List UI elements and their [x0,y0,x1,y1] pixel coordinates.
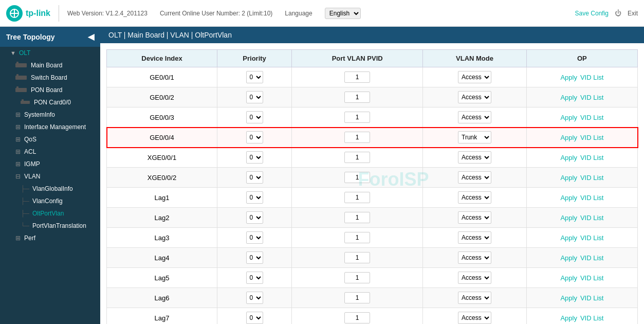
exit-button[interactable]: Exit [628,10,638,17]
col-priority: Priority [217,50,292,67]
sidebar-item-pon-card[interactable]: PON Card0/0 [0,96,100,109]
priority-select[interactable]: 01234567 [246,211,263,224]
apply-link[interactable]: Apply [560,294,577,302]
apply-link[interactable]: Apply [560,114,577,121]
apply-link[interactable]: Apply [560,94,577,101]
vid-list-link[interactable]: VID List [580,194,604,202]
vlan-mode-select[interactable]: AccessTrunkHybrid [458,111,491,123]
apply-link[interactable]: Apply [560,214,577,222]
vlan-mode-select[interactable]: AccessTrunkHybrid [458,91,491,103]
tree-line-icon2: ├─ [21,197,29,205]
pvid-input[interactable] [344,172,370,183]
pvid-input[interactable] [344,312,370,323]
sidebar-item-vlan-global[interactable]: ├─ VlanGlobalInfo [0,183,100,195]
priority-select[interactable]: 01234567 [246,191,263,204]
port-vlan-trans-label: PortVlanTranslation [32,222,86,229]
vid-list-link[interactable]: VID List [580,314,604,322]
apply-link[interactable]: Apply [560,254,577,262]
apply-link[interactable]: Apply [560,234,577,242]
sidebar-item-olt[interactable]: ▼ OLT [0,47,100,59]
cell-device-index: Lag6 [107,288,217,308]
priority-select[interactable]: 01234567 [246,292,263,304]
vlan-mode-select[interactable]: AccessTrunkHybrid [458,211,491,224]
apply-link[interactable]: Apply [560,154,577,161]
cell-priority: 01234567 [217,168,292,188]
vlan-mode-select[interactable]: AccessTrunkHybrid [458,131,491,143]
table-row: GE0/0/301234567AccessTrunkHybridApplyVID… [107,107,638,128]
sidebar-item-igmp[interactable]: ⊞ IGMP [0,158,100,170]
vid-list-link[interactable]: VID List [580,154,604,161]
cell-priority: 01234567 [217,248,292,268]
save-config-link[interactable]: Save Config [575,10,609,17]
sidebar-item-switch-board[interactable]: Switch Board [0,71,100,84]
apply-link[interactable]: Apply [560,314,577,322]
pvid-input[interactable] [344,252,370,263]
sidebar-item-interface-mgmt[interactable]: ⊞ Interface Management [0,121,100,133]
pvid-input[interactable] [344,71,370,83]
sidebar-item-vlan-config[interactable]: ├─ VlanConfig [0,195,100,207]
apply-link[interactable]: Apply [560,274,577,282]
priority-select[interactable]: 01234567 [246,91,263,103]
sidebar-item-port-vlan-trans[interactable]: └─ PortVlanTranslation [0,220,100,232]
pvid-input[interactable] [344,212,370,223]
pvid-input[interactable] [344,92,370,103]
vlan-mode-select[interactable]: AccessTrunkHybrid [458,312,491,324]
sidebar-collapse-button[interactable]: ◀ [88,32,94,42]
pvid-input[interactable] [344,232,370,243]
sidebar-item-systeminfo[interactable]: ⊞ SystemInfo [0,109,100,121]
priority-select[interactable]: 01234567 [246,312,263,324]
sidebar-item-acl[interactable]: ⊞ ACL [0,146,100,158]
sidebar-item-vlan[interactable]: ⊟ VLAN [0,170,100,183]
vid-list-link[interactable]: VID List [580,74,604,81]
apply-link[interactable]: Apply [560,74,577,81]
vlan-mode-select[interactable]: AccessTrunkHybrid [458,71,491,83]
pvid-input[interactable] [344,132,370,143]
sidebar-item-olt-port-vlan[interactable]: ├─ OltPortVlan [0,207,100,220]
vid-list-link[interactable]: VID List [580,234,604,242]
table-header-row: Device Index Priority Port VLAN PVID VLA… [107,50,638,67]
language-select[interactable]: English [325,8,361,19]
apply-link[interactable]: Apply [560,134,577,141]
pvid-input[interactable] [344,272,370,283]
priority-select[interactable]: 01234567 [246,131,263,143]
priority-select[interactable]: 01234567 [246,231,263,244]
sidebar-item-perf[interactable]: ⊞ Perf [0,232,100,244]
vid-list-link[interactable]: VID List [580,174,604,182]
vlan-mode-select[interactable]: AccessTrunkHybrid [458,231,491,244]
pvid-input[interactable] [344,112,370,123]
sidebar-item-pon-board[interactable]: PON Board [0,84,100,96]
priority-select[interactable]: 01234567 [246,111,263,123]
vid-list-link[interactable]: VID List [580,94,604,101]
logo-text: tp-link [26,9,50,18]
vid-list-link[interactable]: VID List [580,214,604,222]
sidebar-item-qos[interactable]: ⊞ QoS [0,133,100,146]
vlan-mode-select[interactable]: AccessTrunkHybrid [458,191,491,204]
priority-select[interactable]: 01234567 [246,272,263,284]
priority-select[interactable]: 01234567 [246,171,263,184]
cell-priority: 01234567 [217,188,292,208]
cell-pvid [292,308,423,325]
table-row: GE0/0/201234567AccessTrunkHybridApplyVID… [107,87,638,107]
pvid-input[interactable] [344,292,370,303]
vlan-mode-select[interactable]: AccessTrunkHybrid [458,292,491,304]
vlan-mode-select[interactable]: AccessTrunkHybrid [458,251,491,264]
cell-device-index: Lag7 [107,308,217,325]
vlan-mode-select[interactable]: AccessTrunkHybrid [458,171,491,184]
device-icon-main [15,63,27,67]
priority-select[interactable]: 01234567 [246,71,263,83]
pvid-input[interactable] [344,152,370,163]
vid-list-link[interactable]: VID List [580,134,604,141]
apply-link[interactable]: Apply [560,194,577,202]
vid-list-link[interactable]: VID List [580,254,604,262]
pvid-input[interactable] [344,192,370,203]
vid-list-link[interactable]: VID List [580,274,604,282]
apply-link[interactable]: Apply [560,174,577,182]
vlan-mode-select[interactable]: AccessTrunkHybrid [458,272,491,284]
vlan-mode-select[interactable]: AccessTrunkHybrid [458,151,491,164]
sidebar-item-main-board[interactable]: Main Board [0,59,100,71]
vid-list-link[interactable]: VID List [580,294,604,302]
vid-list-link[interactable]: VID List [580,114,604,121]
priority-select[interactable]: 01234567 [246,251,263,264]
priority-select[interactable]: 01234567 [246,151,263,164]
power-icon: ⏻ [615,9,621,17]
